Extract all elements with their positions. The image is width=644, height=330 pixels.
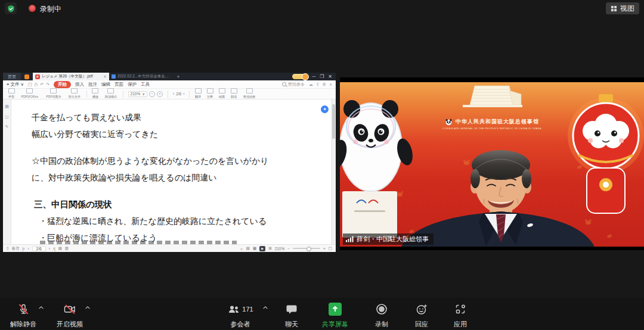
audio-options-chevron[interactable] <box>38 306 44 310</box>
doc-line: に、対中政策失敗論や損失論を唱えるのは間違い <box>32 169 323 186</box>
participants-button[interactable]: 171 参会者 <box>222 301 259 330</box>
pdf-page[interactable]: 千金を払っても買えない成果 幅広い分野で確実に近寄ってきた ☆中国の政治体制が思… <box>11 99 331 244</box>
scrollbar-thumb[interactable] <box>332 104 335 139</box>
doc-file-icon <box>112 74 116 79</box>
bookmark-icon[interactable]: ◻ <box>5 114 9 119</box>
record-label: 录制 <box>375 320 388 329</box>
menu-insert-tab[interactable]: 插入 <box>75 82 84 88</box>
menu-comment-tab[interactable]: 批注 <box>88 82 97 88</box>
page-indicator[interactable]: 2/6 <box>32 246 46 251</box>
command-search[interactable]: 查找命令 <box>282 82 305 88</box>
new-tab-button[interactable]: + <box>174 73 183 80</box>
wps-docer-tab[interactable] <box>21 73 33 80</box>
play-icon <box>92 88 98 94</box>
last-page-icon[interactable]: ›| <box>53 247 55 251</box>
menu-tools-tab[interactable]: 工具 <box>141 82 150 88</box>
participant-name: 薛剑・中国駐大阪総領事 <box>357 235 429 244</box>
first-page-icon[interactable]: |‹ <box>23 247 25 251</box>
zoom-slider[interactable] <box>293 248 320 249</box>
menu-start-tab[interactable]: 开始 <box>54 81 71 88</box>
file-menu-label: 文件 <box>10 82 19 88</box>
pdf-to-image-button[interactable]: PDF转图片 <box>45 88 63 99</box>
shield-check-icon <box>7 5 15 13</box>
split-merge-button[interactable]: 拆分合并 <box>67 88 82 99</box>
start-video-button[interactable]: 开启视频 <box>52 301 87 330</box>
member-badge[interactable] <box>292 74 308 79</box>
unmute-button[interactable]: 解除静音 <box>6 301 41 330</box>
clipped-text-line <box>40 241 237 244</box>
wps-assistant-button[interactable]: ✦ <box>321 105 329 113</box>
ribbon-separator <box>189 91 190 98</box>
quick-access-icons[interactable]: ▢⎙↶↷ <box>28 82 49 87</box>
participants-options-chevron[interactable] <box>262 306 268 310</box>
reactions-smiley-icon <box>415 303 428 316</box>
view-button[interactable]: 视图 <box>606 2 639 14</box>
reactions-button[interactable]: 回应 <box>405 301 438 330</box>
menu-page-tab[interactable]: 页面 <box>114 82 123 88</box>
brightness-icon[interactable]: ☼ <box>240 247 243 251</box>
menu-protect-tab[interactable]: 保护 <box>128 82 137 88</box>
wps-home-tab-label: 首页 <box>8 74 16 80</box>
doc-line: 千金を払っても買えない成果 <box>32 109 323 126</box>
zoom-out-icon[interactable]: − <box>287 247 290 251</box>
ribbon-page-nav[interactable]: ‹2/6› <box>173 92 184 96</box>
find-replace-button[interactable]: 查找替换 <box>242 88 256 99</box>
zoom-in-icon[interactable]: + <box>323 247 326 251</box>
translate-icon <box>195 88 202 94</box>
security-shield-button[interactable] <box>5 2 17 14</box>
facing-pages-icon[interactable]: ▦ <box>253 246 256 251</box>
fit-width-icon[interactable]: ⊞ <box>268 246 271 251</box>
wps-active-document-tab[interactable]: P レジュメ 第26（中文版）.pdf ✕ <box>33 73 109 80</box>
doc-heading: 三、中日関係の現状 <box>34 196 323 213</box>
notes-icon[interactable]: ▯ <box>7 246 9 251</box>
video-options-chevron[interactable] <box>85 306 91 310</box>
annotate-button[interactable]: 注释 <box>206 88 213 99</box>
read-aloud-button[interactable]: 朗读 <box>230 88 237 99</box>
menu-edit-tab[interactable]: 编辑 <box>101 82 110 88</box>
wps-home-tab[interactable]: 首页 <box>3 73 21 80</box>
pdf-to-office-button[interactable]: PDF转Office <box>20 88 40 99</box>
prev-page-icon[interactable]: ‹ <box>27 247 29 251</box>
participant-name-label: 薛剑・中国駐大阪総領事 <box>343 234 434 245</box>
zoom-control[interactable]: 210%∨ − + <box>128 91 163 97</box>
fullscreen-icon[interactable]: ▢ <box>329 246 332 251</box>
menubar-right-icons[interactable]: ☁⇪⚙∧ <box>309 82 332 87</box>
zoom-out-icon[interactable]: − <box>149 91 155 97</box>
minimize-icon[interactable]: ─ <box>312 74 315 79</box>
record-button[interactable]: 录制 <box>365 301 398 330</box>
close-icon[interactable]: ✕ <box>328 74 332 79</box>
consulate-building-illustration <box>459 82 525 108</box>
next-page-icon[interactable]: › <box>49 247 50 251</box>
layout-icon[interactable]: ▤ <box>246 246 250 251</box>
share-doc-icon: ⇪ <box>316 82 320 87</box>
read-mode-button[interactable]: 阅读模式 <box>104 88 118 99</box>
hand-tool-button[interactable]: 手型 <box>8 88 15 99</box>
outline-icon[interactable]: ▤ <box>5 104 9 109</box>
play-button[interactable]: 播放 <box>92 88 99 99</box>
single-page-icon[interactable]: ▤ <box>58 246 62 251</box>
speaker-video-tile[interactable]: 中华人民共和国驻大阪总领事馆 CONSULATE-GENERAL OF THE … <box>340 77 644 250</box>
tab-close-icon[interactable]: ✕ <box>103 74 107 79</box>
file-menu[interactable]: ≡文件∨ <box>7 82 24 88</box>
doc-side-panel-icons[interactable]: ▤ ◻ ✎ <box>3 99 11 244</box>
apps-button[interactable]: 应用 <box>444 301 477 330</box>
vertical-scrollbar[interactable] <box>332 99 336 244</box>
reactions-label: 回应 <box>415 320 428 329</box>
chat-button[interactable]: 聊天 <box>275 301 308 330</box>
active-doc-title: レジュメ 第26（中文版）.pdf <box>42 74 101 79</box>
translate-button[interactable]: 翻译 <box>194 88 202 99</box>
presentation-mode-button[interactable]: ▶ <box>259 246 265 251</box>
notes-label[interactable]: 备注 <box>12 246 20 251</box>
wps-second-document-tab[interactable]: 2022.02.2...中方对话全体会议记录 <box>109 73 174 80</box>
double-page-icon[interactable]: ▥ <box>65 246 69 251</box>
recording-indicator-icon <box>29 5 36 12</box>
wps-tabbar: 首页 P レジュメ 第26（中文版）.pdf ✕ 2022.02.2...中方对… <box>3 73 336 80</box>
share-screen-button[interactable]: 共享屏幕 <box>317 301 353 330</box>
maximize-icon[interactable]: ❐ <box>320 74 324 79</box>
annotation-icon[interactable]: ✎ <box>5 124 9 129</box>
zoom-in-icon[interactable]: + <box>157 91 163 97</box>
page-indicator: 2/6 <box>176 92 181 96</box>
doc-line: ☆中国の政治体制が思うような変化がなかったのを言いがかり <box>32 152 323 169</box>
screenshot-button[interactable]: 截图 <box>218 88 225 99</box>
zoom-select[interactable]: 210%∨ <box>128 91 147 97</box>
